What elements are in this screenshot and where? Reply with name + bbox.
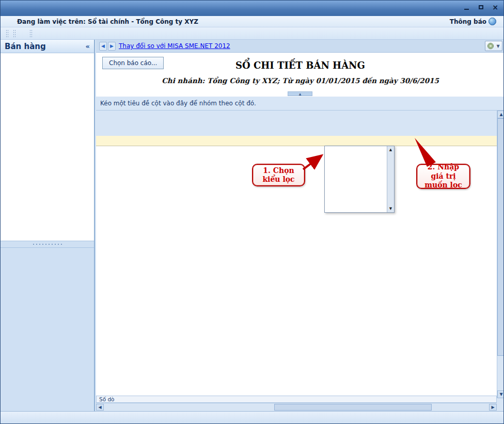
sidebar-title: Bán hàng: [5, 42, 46, 51]
filter-type-list: [325, 146, 387, 212]
scroll-left-icon[interactable]: ◀: [96, 404, 104, 411]
toolbar-grip: [13, 29, 16, 38]
tab-scroll-right-icon[interactable]: ▶: [108, 42, 116, 51]
annotation-step1: 1. Chọn kiểu lọc: [252, 164, 305, 186]
report-title: SỔ CHI TIẾT BÁN HÀNG: [96, 60, 504, 71]
gear-icon: [487, 43, 494, 49]
tab-strip: ◀ ▶ Thay đổi so với MISA SME.NET 2012 ▼: [96, 40, 504, 53]
table-filter-row: [96, 136, 497, 146]
scroll-down-icon[interactable]: ▼: [497, 390, 504, 398]
annotation-step2: 2. Nhập giá trị muốn lọc: [416, 164, 470, 189]
scroll-up-icon[interactable]: ▲: [497, 111, 504, 118]
minimize-button[interactable]: [460, 3, 472, 12]
dropdown-scroll-down-icon[interactable]: ▼: [387, 205, 394, 212]
sidebar-splitter[interactable]: [1, 241, 94, 247]
collapse-handle[interactable]: ▲: [288, 91, 312, 96]
close-button[interactable]: ×: [489, 3, 501, 12]
row-count-label: Số dò: [99, 396, 115, 402]
filter-type-dropdown: ▲ ▼: [324, 146, 395, 213]
chevron-down-icon: ▼: [496, 44, 499, 49]
sidebar-item-list: [1, 53, 94, 241]
dropdown-scrollbar[interactable]: ▲ ▼: [387, 146, 394, 212]
notification-label: Thông báo: [450, 18, 486, 25]
group-by-bar[interactable]: Kéo một tiêu đề cột vào đây để nhóm theo…: [96, 97, 504, 111]
dropdown-scroll-up-icon[interactable]: ▲: [387, 146, 394, 153]
status-bar: [1, 411, 504, 424]
vertical-scroll-thumb[interactable]: [497, 118, 504, 356]
menu-bar: Đang làm việc trên: Sổ tài chính - Tổng …: [1, 16, 504, 27]
maximize-button[interactable]: [475, 3, 487, 12]
group-by-hint: Kéo một tiêu đề cột vào đây để nhóm theo…: [100, 100, 256, 107]
report-header: Chọn báo cáo... SỔ CHI TIẾT BÁN HÀNG Chi…: [96, 53, 504, 97]
toolbar-grip: [6, 29, 9, 38]
scroll-right-icon[interactable]: ▶: [489, 404, 497, 411]
working-on-label: Đang làm việc trên: Sổ tài chính - Tổng …: [17, 18, 198, 25]
sidebar: Bán hàng «: [1, 40, 95, 411]
table-footer: Số dò: [96, 396, 497, 403]
report-subtitle: Chi nhánh: Tổng Công ty XYZ; Từ ngày 01/…: [96, 76, 504, 85]
title-bar: ×: [1, 1, 504, 16]
sidebar-icon-tray: [1, 247, 94, 265]
application-window: × Đang làm việc trên: Sổ tài chính - Tổn…: [0, 0, 504, 424]
vertical-scrollbar[interactable]: ▲ ▼: [497, 111, 504, 398]
table-header-row: [96, 111, 497, 136]
settings-button[interactable]: ▼: [485, 41, 502, 51]
tab-scroll-buttons: ◀ ▶: [99, 42, 116, 51]
toolbar-grip: [29, 29, 33, 38]
globe-icon: [489, 18, 496, 25]
notification-area[interactable]: Thông báo: [450, 18, 500, 25]
horizontal-scroll-thumb[interactable]: [274, 404, 432, 411]
horizontal-scrollbar[interactable]: ◀ ▶: [96, 403, 497, 411]
toolbar: [1, 27, 504, 40]
tab-scroll-left-icon[interactable]: ◀: [99, 42, 107, 51]
sidebar-collapse-button[interactable]: «: [86, 42, 90, 50]
whats-new-link[interactable]: Thay đổi so với MISA SME.NET 2012: [119, 42, 230, 50]
window-controls: ×: [460, 3, 501, 12]
sidebar-header: Bán hàng «: [1, 40, 94, 53]
